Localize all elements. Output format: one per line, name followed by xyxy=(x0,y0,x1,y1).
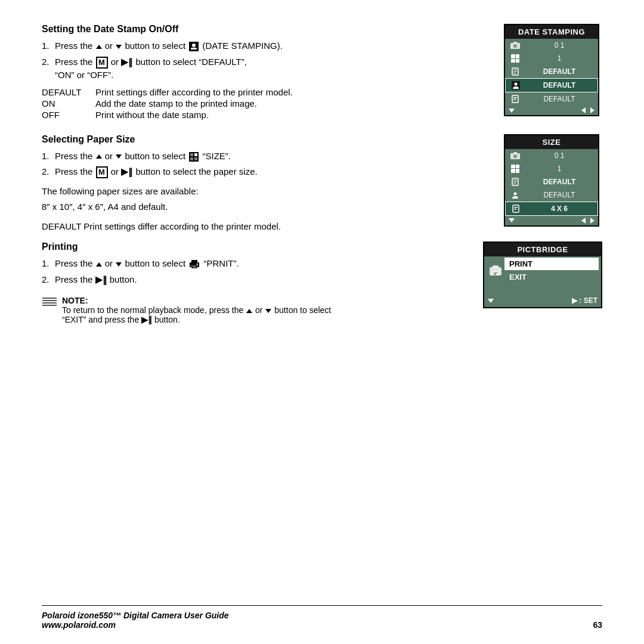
footer: Polaroid izone550™ Digital Camera User G… xyxy=(42,605,602,630)
print-icon xyxy=(189,259,200,269)
panel-row-2-value: 1 xyxy=(524,54,595,63)
ps-arrow-up-icon xyxy=(96,154,102,159)
note-content: NOTE: To return to the normal playback m… xyxy=(62,296,331,324)
printing-step-2: 2. Press the ▶‖ button. xyxy=(42,273,471,287)
printing-step-1: 1. Press the or button to select “PRNIT”… xyxy=(42,257,471,271)
svg-rect-34 xyxy=(191,260,197,263)
def-off-desc: Print without the date stamp. xyxy=(95,110,492,120)
svg-rect-31 xyxy=(514,207,518,208)
pictbridge-inner-row: PRINT EXIT xyxy=(484,256,601,284)
svg-rect-17 xyxy=(190,153,193,156)
svg-point-29 xyxy=(514,192,517,195)
svg-point-6 xyxy=(514,45,516,47)
print-play-pause-icon: ▶‖ xyxy=(95,274,107,284)
print-step-num-1: 1. xyxy=(42,257,55,271)
date-stamping-menu: DATE STAMPING 0 1 xyxy=(504,24,599,116)
svg-point-37 xyxy=(197,264,198,265)
size-nav-down-icon xyxy=(509,218,515,222)
pictbridge-set-label: ▶ : SET xyxy=(572,296,597,305)
paper-size-note: The following paper sizes are available: xyxy=(42,185,492,199)
footer-brand: Polaroid izone550™ Digital Camera User G… xyxy=(42,611,229,620)
size-row-3-value: DEFAULT xyxy=(524,178,595,186)
footer-website: www.polaroid.com xyxy=(42,620,229,630)
def-default-term: DEFAULT xyxy=(42,87,89,97)
printing-text: Printing 1. Press the or button to selec… xyxy=(42,242,483,324)
step-1-content: Press the or button to select (DATE STAM… xyxy=(55,39,492,53)
paper-size-section: Selecting Paper Size 1. Press the or but… xyxy=(42,134,602,236)
paper-size-note2: 8″ x 10″, 4″ x 6″, A4 and default. xyxy=(42,200,492,214)
pictbridge-panel-container: PICTBRIDGE xyxy=(483,242,602,324)
nav-right-icon xyxy=(590,107,595,113)
def-on-desc: Add the date stamp to the printed image. xyxy=(95,98,492,109)
panel-row-4-selected: DEFAULT xyxy=(505,78,598,92)
print-arrow-up-icon xyxy=(96,262,102,267)
size-row-1: 0 1 xyxy=(505,149,598,162)
printing-title: Printing xyxy=(42,242,471,252)
def-default-desc: Print settings differ according to the p… xyxy=(95,87,492,97)
panel-row-2: 1 xyxy=(505,52,598,65)
camera-row-icon xyxy=(509,40,522,51)
svg-rect-4 xyxy=(513,42,517,44)
size-panel: SIZE 0 1 xyxy=(504,134,602,236)
panel-row-5-value: DEFAULT xyxy=(524,95,595,103)
pictbridge-menu: PICTBRIDGE xyxy=(483,242,602,308)
panel-row-1: 0 1 xyxy=(505,39,598,52)
date-stamp-step-1: 1. Press the or button to select (DATE S… xyxy=(42,39,492,53)
print-step-2-content: Press the ▶‖ button. xyxy=(55,273,471,287)
pictbridge-exit-item: EXIT xyxy=(504,271,599,283)
svg-rect-39 xyxy=(493,265,499,268)
size-person-icon xyxy=(509,190,522,200)
pictbridge-bottom-nav: ▶ : SET xyxy=(484,294,601,307)
nav-left-icon xyxy=(581,107,586,113)
step-2-content: Press the M or ▶‖ button to select “DEFA… xyxy=(55,55,492,82)
printing-section: Printing 1. Press the or button to selec… xyxy=(42,242,602,324)
m-button-icon: M xyxy=(96,57,108,69)
svg-rect-22 xyxy=(513,152,517,154)
ps-play-pause-icon: ▶‖ xyxy=(121,166,133,177)
panel-row-3-value: DEFAULT xyxy=(524,67,595,76)
svg-rect-19 xyxy=(190,157,193,160)
size-row-3: DEFAULT xyxy=(505,175,598,188)
page: Setting the Date Stamp On/Off 1. Press t… xyxy=(0,0,644,644)
ps-step-num-1: 1. xyxy=(42,150,55,163)
date-stamp-icon xyxy=(189,42,199,51)
ps-arrow-down-icon xyxy=(116,154,122,159)
date-stamp-section: Setting the Date Stamp On/Off 1. Press t… xyxy=(42,24,602,128)
note-arrow-up-icon xyxy=(246,309,252,313)
footer-left: Polaroid izone550™ Digital Camera User G… xyxy=(42,611,229,630)
print-arrow-down-icon xyxy=(116,262,122,267)
size-nav-left-icon xyxy=(581,218,586,224)
date-stamp-step-2: 2. Press the M or ▶‖ button to select “D… xyxy=(42,55,492,82)
step-num-1: 1. xyxy=(42,39,55,53)
small-doc-row-icon xyxy=(509,94,522,104)
note-icon xyxy=(42,296,57,308)
note-label: NOTE: xyxy=(62,296,88,305)
pictbridge-nav-down-icon xyxy=(488,299,494,303)
svg-rect-32 xyxy=(514,209,516,210)
play-pause-icon: ▶‖ xyxy=(121,57,133,67)
ps-step-num-2: 2. xyxy=(42,165,55,179)
svg-point-12 xyxy=(515,83,518,86)
person-row-icon xyxy=(509,80,522,91)
svg-point-43 xyxy=(499,269,500,271)
svg-rect-18 xyxy=(194,153,197,156)
panel-nav-row xyxy=(505,106,598,115)
panel-row-4-value: DEFAULT xyxy=(525,81,594,89)
def-on-term: ON xyxy=(42,98,89,109)
size-row-4: DEFAULT xyxy=(505,188,598,202)
nav-down-icon xyxy=(509,109,515,113)
svg-rect-42 xyxy=(494,274,496,275)
print-step-num-2: 2. xyxy=(42,273,55,287)
date-stamp-title: Setting the Date Stamp On/Off xyxy=(42,24,492,35)
step-num-2: 2. xyxy=(42,55,55,82)
size-nav-right-icon xyxy=(590,218,595,224)
svg-point-24 xyxy=(514,155,516,157)
def-off-term: OFF xyxy=(42,110,89,120)
svg-point-1 xyxy=(192,44,196,47)
date-stamp-definitions: DEFAULT Print settings differ according … xyxy=(42,87,492,120)
size-grid-icon xyxy=(509,163,522,174)
paper-size-step-2: 2. Press the M or ▶‖ button to select th… xyxy=(42,165,492,179)
size-nav-row xyxy=(505,216,598,225)
pictbridge-menu-col: PRINT EXIT xyxy=(504,258,599,283)
doc-row-icon xyxy=(509,66,522,77)
